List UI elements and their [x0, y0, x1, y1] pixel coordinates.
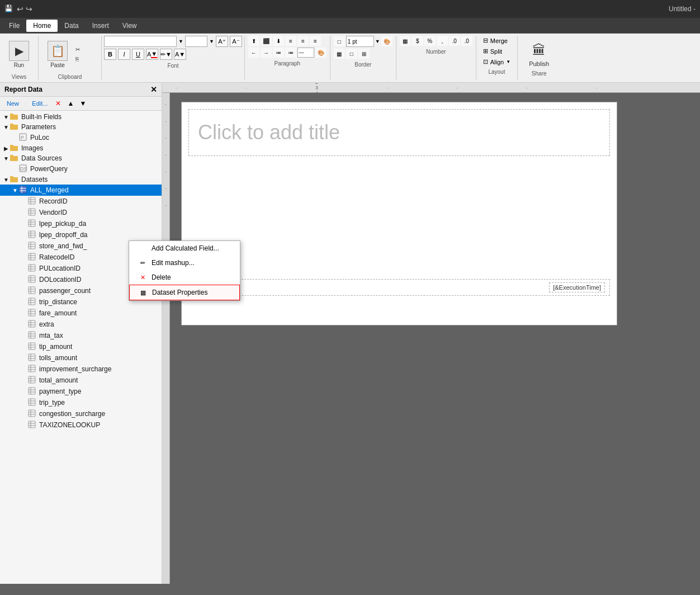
move-down-button[interactable]: ▼ [78, 98, 88, 108]
indent-inc-button[interactable]: → [261, 48, 272, 58]
thousands-button[interactable]: , [437, 36, 448, 46]
tree-item-puloc[interactable]: PPuLoc [0, 132, 162, 143]
align-left-button[interactable]: ≡ [285, 36, 296, 46]
color-fill-button[interactable]: 🎨 [315, 48, 327, 58]
ribbon-group-border: □ ▼ 🎨 ▦ □ ⊞ Border [330, 36, 396, 80]
font-name-input[interactable] [104, 36, 177, 47]
delete-toolbar-button[interactable]: ✕ [53, 98, 63, 108]
font-size-dropdown[interactable]: ▼ [209, 39, 214, 44]
tree-item-vendorid[interactable]: VendorID [0, 207, 162, 218]
tree-item-tolls_amount[interactable]: tolls_amount [0, 352, 162, 363]
context-edit-mashup[interactable]: ✏ Edit mashup... [129, 256, 240, 270]
copy-button[interactable]: ⎘ [74, 55, 97, 63]
tree-label-powerquery: PowerQuery [30, 165, 68, 173]
align-top-button[interactable]: ⬆ [248, 36, 259, 46]
tree-item-lpep_dropoff_da[interactable]: lpep_dropoff_da [0, 229, 162, 240]
border-style-button[interactable]: □ [334, 36, 345, 46]
tree-item-all-merged[interactable]: ▼ALL_Merged [0, 185, 162, 196]
align-right-button[interactable]: ≡ [310, 36, 321, 46]
tree-label-dolocationid: DOLocationID [39, 276, 81, 284]
tree-item-tip_amount[interactable]: tip_amount [0, 341, 162, 352]
context-dataset-properties[interactable]: ▦ Dataset Properties [129, 285, 240, 300]
tree-item-parameters[interactable]: ▼Parameters [0, 122, 162, 132]
tree-icon-mta_tax [28, 331, 36, 340]
shrink-font-button[interactable]: A⁻ [230, 36, 242, 47]
new-button[interactable]: New [3, 99, 22, 108]
align-center-button[interactable]: ≡ [297, 36, 309, 46]
menu-home[interactable]: Home [26, 20, 58, 32]
grow-font-button[interactable]: A⁺ [216, 36, 228, 47]
line-spacing-input[interactable]: — [297, 48, 314, 58]
vruler-6: - [162, 186, 169, 202]
tree-item-taxizonelookup[interactable]: TAXIZONELOOKUP [0, 419, 162, 431]
align-layout-button[interactable]: ⊡ Align ▼ [481, 57, 513, 67]
decimal-inc-button[interactable]: .0 [449, 36, 460, 46]
cut-button[interactable]: ✂ [74, 45, 97, 54]
italic-button[interactable]: I [118, 49, 130, 60]
paste-button[interactable]: 📋 Paste [43, 39, 72, 70]
align-bottom-button[interactable]: ⬇ [273, 36, 284, 46]
tree-expand-datasets: ▼ [2, 177, 10, 183]
svg-rect-74 [29, 354, 35, 361]
font-size-input[interactable] [185, 36, 207, 47]
font-bg-button[interactable]: A▼ [174, 49, 186, 60]
menu-insert[interactable]: Insert [86, 20, 116, 32]
tree-item-congestion_surcharge[interactable]: congestion_surcharge [0, 408, 162, 419]
split-button[interactable]: ⊞ Split [481, 46, 513, 56]
publish-button[interactable]: 🏛 Publish [524, 38, 554, 69]
menu-data[interactable]: Data [58, 20, 85, 32]
menu-file[interactable]: File [2, 20, 26, 32]
tree-item-datasets[interactable]: ▼Datasets [0, 174, 162, 185]
tree-item-improvement_surcharge[interactable]: improvement_surcharge [0, 363, 162, 375]
report-canvas[interactable]: Click to add title [&ExecutionTime] [181, 102, 617, 325]
tree-item-extra[interactable]: extra [0, 319, 162, 330]
run-button[interactable]: ▶ Run [4, 39, 34, 70]
list-unordered-button[interactable]: ≔ [273, 48, 284, 58]
number-format-button[interactable]: ▦ [400, 36, 411, 46]
underline-button[interactable]: U [132, 49, 144, 60]
border-all-button[interactable]: ▦ [334, 49, 345, 59]
tree-item-fare_amount[interactable]: fare_amount [0, 308, 162, 319]
redo-button[interactable]: ↪ [26, 4, 32, 13]
tree-item-lpep_pickup_da[interactable]: lpep_pickup_da [0, 218, 162, 229]
border-none-button[interactable]: □ [346, 49, 357, 59]
decimal-dec-button[interactable]: .0 [461, 36, 472, 46]
tree-item-trip_type[interactable]: trip_type [0, 397, 162, 408]
highlight-button[interactable]: ✏▼ [160, 49, 172, 60]
merge-button[interactable]: ⊟ Merge [481, 36, 513, 45]
indent-dec-button[interactable]: ← [248, 48, 259, 58]
tree-item-powerquery[interactable]: DSPowerQuery [0, 163, 162, 174]
font-name-dropdown[interactable]: ▼ [178, 39, 183, 44]
percent-button[interactable]: % [424, 36, 436, 46]
tree-item-recordid[interactable]: RecordID [0, 196, 162, 207]
report-title-area[interactable]: Click to add title [188, 109, 610, 156]
menu-view[interactable]: View [116, 20, 144, 32]
tree-item-images[interactable]: ▶Images [0, 143, 162, 153]
align-middle-button[interactable]: ⬛ [261, 36, 272, 46]
tree-item-payment_type[interactable]: payment_type [0, 386, 162, 397]
currency-button[interactable]: $ [412, 36, 423, 46]
bold-button[interactable]: B [104, 49, 116, 60]
vertical-ruler: - - - - - - - [162, 93, 170, 584]
vruler-2: - [162, 119, 169, 135]
undo-button[interactable]: ↩ [17, 4, 23, 13]
border-color-button[interactable]: 🎨 [381, 36, 392, 46]
border-custom-button[interactable]: ⊞ [358, 49, 370, 59]
move-up-button[interactable]: ▲ [65, 98, 75, 108]
tree-item-data-sources[interactable]: ▼Data Sources [0, 153, 162, 163]
svg-text:P: P [21, 135, 24, 140]
list-ordered-button[interactable]: ≔ [285, 48, 296, 58]
context-add-calculated[interactable]: Add Calculated Field... [129, 241, 240, 256]
font-color-button[interactable]: A▼ [146, 49, 158, 60]
title-bar: 💾 ↩ ↪ Untitled - [0, 0, 700, 18]
svg-rect-22 [29, 209, 35, 215]
tree-item-mta_tax[interactable]: mta_tax [0, 330, 162, 341]
edit-button[interactable]: Edit... [29, 99, 51, 108]
context-delete[interactable]: ✕ Delete [129, 270, 240, 285]
border-size-dropdown[interactable]: ▼ [375, 39, 380, 44]
tree-item-built-in-fields[interactable]: ▼Built-in Fields [0, 112, 162, 122]
panel-close-button[interactable]: ✕ [150, 85, 157, 94]
border-size-input[interactable] [346, 36, 374, 47]
run-icon: ▶ [9, 41, 29, 61]
tree-item-total_amount[interactable]: total_amount [0, 375, 162, 386]
